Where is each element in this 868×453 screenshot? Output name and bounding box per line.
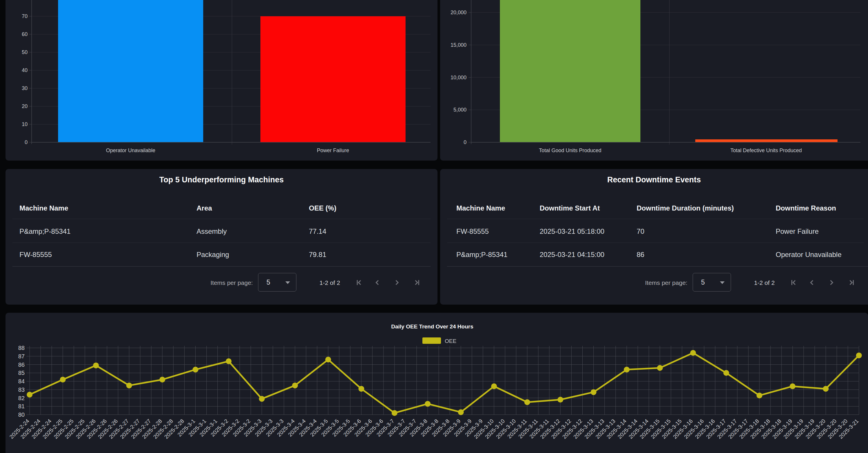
table-header-row: Machine Name Downtime Start At Downtime … xyxy=(440,200,868,219)
column-header-downtime-duration: Downtime Duration (minutes) xyxy=(637,205,734,212)
svg-text:82: 82 xyxy=(18,395,25,401)
table-row: P&amp;P-85341 Assembly 77.14 xyxy=(5,219,437,242)
last-page-icon[interactable] xyxy=(412,278,422,288)
cell-machine-name: FW-85555 xyxy=(20,251,52,258)
svg-text:10,000: 10,000 xyxy=(451,74,466,81)
cell-machine-name: P&amp;P-85341 xyxy=(20,228,70,235)
items-per-page-label: Items per page: xyxy=(645,280,687,286)
previous-page-icon[interactable] xyxy=(807,278,817,288)
table-row: FW-85555 2025-03-21 05:18:00 70 Power Fa… xyxy=(440,219,868,242)
oee-trend-card: Daily OEE Trend Over 24 Hours OEE 808182… xyxy=(5,313,868,453)
svg-text:80: 80 xyxy=(18,412,25,418)
downtime-by-reason-card: 01020304050607080Operator UnavailablePow… xyxy=(5,0,437,160)
column-header-oee: OEE (%) xyxy=(309,205,337,212)
svg-text:0: 0 xyxy=(464,140,466,145)
svg-text:70: 70 xyxy=(22,13,28,19)
svg-text:0: 0 xyxy=(25,140,28,145)
svg-text:85: 85 xyxy=(18,370,25,376)
table-row: FW-85555 Packaging 79.81 xyxy=(5,242,437,266)
production-units-card: 05,00010,00015,00020,000Total Good Units… xyxy=(440,0,868,160)
table-title: Top 5 Underperforming Machines xyxy=(5,176,437,184)
table-row: P&amp;P-85341 2025-03-21 04:15:00 86 Ope… xyxy=(440,242,868,266)
svg-text:20: 20 xyxy=(22,103,28,109)
items-per-page-value: 5 xyxy=(701,279,705,286)
next-page-icon[interactable] xyxy=(827,278,836,288)
svg-text:50: 50 xyxy=(22,49,28,55)
svg-text:Operator Unavailable: Operator Unavailable xyxy=(106,148,155,153)
divider xyxy=(447,266,868,267)
svg-text:Total Defective Units Produced: Total Defective Units Produced xyxy=(731,148,802,153)
svg-text:10: 10 xyxy=(22,121,28,127)
column-header-area: Area xyxy=(196,205,212,212)
previous-page-icon[interactable] xyxy=(372,278,382,288)
items-per-page-select[interactable]: 5 xyxy=(258,273,297,292)
table-header-row: Machine Name Area OEE (%) xyxy=(5,200,437,219)
production-units-chart: 05,00010,00015,00020,000Total Good Units… xyxy=(440,0,868,160)
items-per-page-select[interactable]: 5 xyxy=(693,273,731,292)
page-range-label: 1-2 of 2 xyxy=(307,280,352,286)
underperforming-machines-card: Top 5 Underperforming Machines Machine N… xyxy=(5,169,437,305)
cell-machine-name: P&amp;P-85341 xyxy=(456,251,507,258)
first-page-icon[interactable] xyxy=(354,278,364,288)
oee-trend-line-chart: 8081828384858687882025-2-242025-2-242025… xyxy=(5,313,868,453)
items-per-page-value: 5 xyxy=(267,279,270,286)
svg-text:15,000: 15,000 xyxy=(451,42,466,48)
svg-text:87: 87 xyxy=(18,353,25,360)
svg-text:60: 60 xyxy=(22,31,28,37)
svg-text:80: 80 xyxy=(22,0,28,1)
cell-downtime-reason: Operator Unavailable xyxy=(776,251,842,258)
page-range-label: 1-2 of 2 xyxy=(742,280,787,286)
svg-text:40: 40 xyxy=(22,67,28,73)
cell-downtime-start: 2025-03-21 04:15:00 xyxy=(540,251,604,258)
cell-downtime-duration: 70 xyxy=(637,228,645,235)
svg-text:86: 86 xyxy=(18,362,25,368)
downtime-events-card: Recent Downtime Events Machine Name Down… xyxy=(440,169,868,305)
column-header-downtime-reason: Downtime Reason xyxy=(776,205,836,212)
column-header-downtime-start: Downtime Start At xyxy=(540,205,600,212)
chevron-down-icon xyxy=(720,281,724,284)
cell-area: Packaging xyxy=(196,251,229,258)
svg-text:88: 88 xyxy=(18,345,25,351)
table-title: Recent Downtime Events xyxy=(440,176,868,184)
cell-downtime-duration: 86 xyxy=(637,251,645,258)
items-per-page-label: Items per page: xyxy=(211,280,253,286)
svg-text:Total Good Units Produced: Total Good Units Produced xyxy=(539,148,601,153)
svg-text:5,000: 5,000 xyxy=(454,107,466,113)
cell-downtime-reason: Power Failure xyxy=(776,228,819,235)
chevron-down-icon xyxy=(285,281,290,284)
cell-machine-name: FW-85555 xyxy=(456,228,489,235)
downtime-by-reason-chart: 01020304050607080Operator UnavailablePow… xyxy=(5,0,437,160)
svg-text:30: 30 xyxy=(22,85,28,91)
column-header-machine-name: Machine Name xyxy=(20,205,68,212)
cell-oee: 77.14 xyxy=(309,228,326,235)
cell-downtime-start: 2025-03-21 05:18:00 xyxy=(540,228,604,235)
svg-text:84: 84 xyxy=(18,378,25,385)
first-page-icon[interactable] xyxy=(789,278,799,288)
cell-area: Assembly xyxy=(196,228,227,235)
divider xyxy=(12,266,431,267)
svg-text:20,000: 20,000 xyxy=(451,9,466,16)
cell-oee: 79.81 xyxy=(309,251,326,258)
oee-dashboard: { "theme": { "page_bg": "#060709", "card… xyxy=(0,0,868,453)
next-page-icon[interactable] xyxy=(392,278,402,288)
svg-text:Power Failure: Power Failure xyxy=(317,148,349,153)
svg-text:81: 81 xyxy=(18,403,25,410)
svg-text:83: 83 xyxy=(18,387,25,393)
column-header-machine-name: Machine Name xyxy=(456,205,505,212)
last-page-icon[interactable] xyxy=(846,278,857,288)
